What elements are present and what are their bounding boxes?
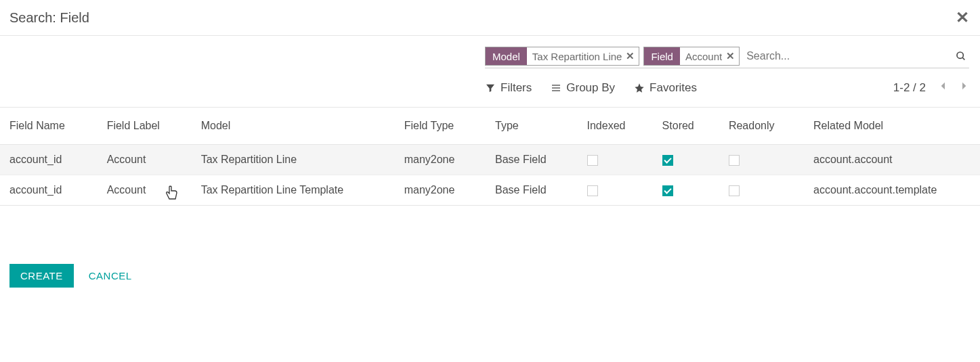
checkbox-icon bbox=[729, 185, 740, 196]
checkbox-icon bbox=[587, 155, 598, 166]
cancel-button[interactable]: CANCEL bbox=[89, 270, 132, 281]
cell-field-type: many2one bbox=[395, 175, 486, 206]
control-group: Filters Group By Favorites bbox=[485, 81, 697, 95]
svg-point-0 bbox=[957, 52, 963, 58]
pager-prev-icon[interactable] bbox=[938, 81, 949, 95]
searchbar: Model Tax Repartition Line ✕ Field Accou… bbox=[0, 36, 980, 72]
cell-field-label: Account bbox=[98, 175, 192, 206]
col-field-label[interactable]: Field Label bbox=[98, 108, 192, 145]
svg-rect-3 bbox=[552, 87, 560, 88]
col-field-name[interactable]: Field Name bbox=[0, 108, 98, 145]
checkbox-icon bbox=[587, 185, 598, 196]
cell-related-model: account.account bbox=[804, 145, 980, 175]
close-icon[interactable]: ✕ bbox=[956, 9, 969, 26]
facet-value: Tax Repartition Line ✕ bbox=[527, 47, 639, 65]
svg-rect-2 bbox=[552, 85, 560, 85]
table-row[interactable]: account_idAccountTax Repartition Lineman… bbox=[0, 145, 980, 175]
checkbox-icon bbox=[662, 155, 673, 166]
search-input[interactable] bbox=[744, 49, 949, 64]
filters-label: Filters bbox=[500, 81, 532, 95]
controlbar: Filters Group By Favorites 1-2 / 2 bbox=[0, 72, 980, 107]
facet-remove-icon[interactable]: ✕ bbox=[626, 50, 635, 62]
groupby-button[interactable]: Group By bbox=[551, 81, 615, 95]
facet-remove-icon[interactable]: ✕ bbox=[726, 50, 735, 62]
col-model[interactable]: Model bbox=[192, 108, 395, 145]
list-icon bbox=[551, 83, 561, 93]
cell-model: Tax Repartition Line Template bbox=[192, 175, 395, 206]
results-table: Field Name Field Label Model Field Type … bbox=[0, 107, 980, 206]
table-row[interactable]: account_idAccountTax Repartition Line Te… bbox=[0, 175, 980, 206]
cell-stored bbox=[653, 175, 719, 206]
col-stored[interactable]: Stored bbox=[653, 108, 719, 145]
cell-field-name: account_id bbox=[0, 145, 98, 175]
facet-field: Field Account ✕ bbox=[643, 47, 740, 66]
facet-text: Account bbox=[685, 51, 722, 62]
col-field-type[interactable]: Field Type bbox=[395, 108, 486, 145]
cell-stored bbox=[653, 145, 719, 175]
modal-title: Search: Field bbox=[9, 10, 89, 26]
cell-field-label: Account bbox=[98, 145, 192, 175]
facet-value: Account ✕ bbox=[680, 47, 739, 65]
col-indexed[interactable]: Indexed bbox=[578, 108, 653, 145]
col-type[interactable]: Type bbox=[486, 108, 578, 145]
facet-label: Model bbox=[486, 47, 527, 65]
favorites-label: Favorites bbox=[649, 81, 697, 95]
funnel-icon bbox=[485, 83, 496, 93]
cell-type: Base Field bbox=[486, 145, 578, 175]
search-icon[interactable] bbox=[953, 51, 969, 62]
cell-related-model: account.account.template bbox=[804, 175, 980, 206]
facet-model: Model Tax Repartition Line ✕ bbox=[485, 47, 639, 66]
cell-type: Base Field bbox=[486, 175, 578, 206]
modal-footer: CREATE CANCEL bbox=[0, 253, 980, 298]
cell-indexed bbox=[578, 175, 653, 206]
facet-text: Tax Repartition Line bbox=[532, 51, 622, 62]
pager: 1-2 / 2 bbox=[893, 81, 969, 95]
cell-readonly bbox=[719, 175, 804, 206]
pager-text: 1-2 / 2 bbox=[893, 81, 926, 95]
cell-field-type: many2one bbox=[395, 145, 486, 175]
col-related-model[interactable]: Related Model bbox=[804, 108, 980, 145]
svg-line-1 bbox=[962, 58, 964, 60]
pager-next-icon[interactable] bbox=[958, 81, 969, 95]
create-button[interactable]: CREATE bbox=[9, 264, 74, 288]
modal-header: Search: Field ✕ bbox=[0, 0, 980, 36]
star-icon bbox=[634, 83, 645, 93]
table-header-row: Field Name Field Label Model Field Type … bbox=[0, 108, 980, 145]
filters-button[interactable]: Filters bbox=[485, 81, 532, 95]
cell-model: Tax Repartition Line bbox=[192, 145, 395, 175]
cell-readonly bbox=[719, 145, 804, 175]
col-readonly[interactable]: Readonly bbox=[719, 108, 804, 145]
cell-indexed bbox=[578, 145, 653, 175]
checkbox-icon bbox=[729, 155, 740, 166]
checkbox-icon bbox=[662, 185, 673, 196]
search-facets[interactable]: Model Tax Repartition Line ✕ Field Accou… bbox=[485, 47, 969, 68]
groupby-label: Group By bbox=[566, 81, 615, 95]
facet-label: Field bbox=[644, 47, 680, 65]
cell-field-name: account_id bbox=[0, 175, 98, 206]
favorites-button[interactable]: Favorites bbox=[634, 81, 697, 95]
svg-rect-4 bbox=[552, 90, 560, 91]
